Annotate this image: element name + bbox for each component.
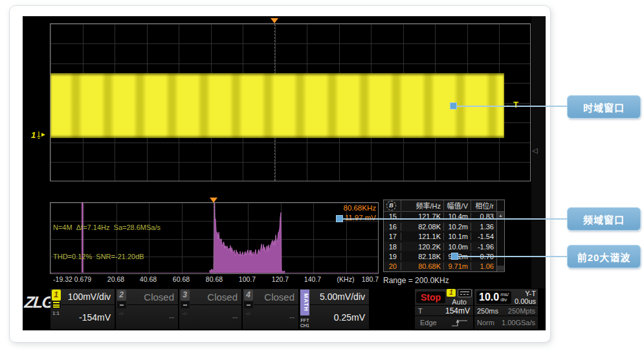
- ch4-state: Closed: [254, 289, 298, 305]
- trigger-source-badge: 1: [447, 289, 456, 297]
- ch1-ground-marker[interactable]: 1: [31, 130, 46, 140]
- callout-label-freq-domain: 频域窗口: [567, 207, 641, 231]
- callout-label-harmonics: 前20大谐波: [567, 245, 641, 268]
- fft-info-readout: N=4M Δf=7.14Hz Sa=28.6MSa/s THD=0.12% SN…: [53, 203, 161, 281]
- col-freq: 频率/Hz: [401, 200, 443, 211]
- ch1-scale: 100mV/div: [61, 289, 115, 305]
- ch3-state: Closed: [190, 289, 241, 305]
- axis-tick: 100.7: [239, 275, 256, 283]
- dc-coupling-icon: [458, 289, 472, 297]
- trigger-sweep: Auto: [452, 298, 467, 306]
- table-row[interactable]: 1682.08K10.2m1.36: [384, 222, 496, 231]
- ch2-probe-ratio: -:-: [119, 310, 124, 316]
- col-amp: 幅值/V: [443, 200, 471, 211]
- ch3-value: --: [190, 305, 241, 329]
- fft-range-label: Range = 200.0KHz: [383, 276, 449, 285]
- ch3-coupling-icon: [181, 301, 190, 308]
- sample-rate: 1.00GSa/s: [502, 319, 535, 326]
- axis-tick: 120.7: [272, 275, 289, 283]
- trigger-level-marker[interactable]: ←T: [505, 100, 518, 109]
- axis-tick: 180.7: [362, 275, 379, 283]
- ch4-coupling-icon: [244, 301, 253, 308]
- axis-unit-label: (KHz): [337, 275, 355, 283]
- channel1-box[interactable]: 1 1:1 100mV/div -154mV: [50, 289, 115, 329]
- trigger-delay: 0.00us: [515, 297, 536, 305]
- ch4-probe-ratio: -:-: [246, 310, 251, 316]
- ch3-number-badge: 3: [181, 290, 190, 301]
- ch2-number-badge: 2: [117, 290, 126, 301]
- math-source: FFTCH1: [300, 318, 309, 328]
- col-phase: 相位/r: [471, 200, 496, 211]
- table-scrollbar[interactable]: ▲: [496, 200, 504, 271]
- trigger-level-label: T: [418, 307, 423, 315]
- callout-line-harmonics: [455, 256, 570, 257]
- callout-label-time-domain: 时域窗口: [567, 95, 641, 119]
- page: ◁ 1 ←T N=4M Δf=7.14Hz Sa=28.6MSa/s THD=0…: [0, 0, 644, 355]
- acquisition-mode: Norm: [477, 319, 494, 326]
- capture-window: 250ms: [477, 307, 498, 315]
- ch1-offset: -154mV: [61, 305, 115, 329]
- ch3-probe-ratio: -:-: [183, 310, 188, 316]
- table-header: B 频率/Hz 幅值/V 相位/r: [384, 200, 496, 212]
- math-value: 0.25mV: [310, 305, 369, 329]
- ch1-waveform: [50, 73, 504, 138]
- table-row[interactable]: 18120.2K10.0m-1.96: [384, 242, 496, 251]
- display-mode: Y-T: [525, 290, 536, 297]
- table-row[interactable]: 15121.7K10.4m0.83: [384, 212, 496, 222]
- timebase-scale: 10.0 ms/div: [476, 291, 511, 304]
- rising-edge-icon: [451, 319, 468, 327]
- callout-line-freq-domain: [341, 218, 570, 220]
- table-row[interactable]: 17121.1K10.1m-1.54: [384, 231, 496, 241]
- axis-tick: 80.68: [206, 275, 223, 283]
- channel3-box[interactable]: 3 -:- Closed --: [179, 289, 241, 329]
- ch4-value: --: [254, 305, 298, 329]
- axis-tick: 140.7: [304, 275, 321, 283]
- callout-dot-time-domain: [450, 102, 457, 109]
- math-box[interactable]: MATH FFTCH1 5.00mV/div 0.25mV: [300, 289, 369, 329]
- ch4-number-badge: 4: [244, 290, 253, 301]
- channel2-box[interactable]: 2 -:- Closed --: [116, 289, 178, 329]
- b-measure-icon[interactable]: B: [384, 201, 401, 211]
- ch2-value: --: [127, 305, 178, 329]
- harmonics-table: B 频率/Hz 幅值/V 相位/r 15121.7K10.4m0.83 1682…: [383, 200, 505, 272]
- axis-tick: 60.68: [173, 275, 190, 283]
- timebase-box[interactable]: 10.0 ms/div Y-T 0.00us 250ms 250Mpts Nor…: [474, 289, 538, 329]
- run-stop-button[interactable]: Stop: [416, 292, 445, 303]
- ch2-state: Closed: [127, 289, 178, 305]
- callout-dot-harmonics: [451, 253, 458, 260]
- memory-depth: 250Mpts: [508, 307, 535, 315]
- table-row-highlighted[interactable]: 2080.68K9.71m1.06: [384, 262, 496, 271]
- fft-marker-line: [214, 203, 214, 273]
- callout-dot-freq-domain: [336, 215, 343, 222]
- ch1-probe-ratio: 1:1: [52, 310, 60, 316]
- ch1-number-badge: 1: [52, 290, 61, 301]
- callout-line-time-domain: [453, 106, 570, 107]
- scroll-thumb[interactable]: [497, 266, 504, 271]
- math-tab: MATH: [300, 290, 309, 315]
- trigger-box[interactable]: Stop 1 Auto T 154mV Edge: [415, 289, 473, 329]
- channel4-box[interactable]: 4 -:- Closed --: [243, 289, 298, 329]
- trigger-position-icon[interactable]: [271, 18, 278, 23]
- ch2-coupling-icon: [117, 301, 126, 308]
- trigger-type: Edge: [420, 319, 437, 326]
- trigger-level: 154mV: [445, 306, 470, 315]
- math-scale: 5.00mV/div: [310, 289, 369, 305]
- ch1-coupling-icon: [52, 301, 61, 308]
- side-panel-arrow-icon[interactable]: ◁: [532, 146, 537, 154]
- ground-arrow-icon: [36, 130, 46, 140]
- fft-marker-icon[interactable]: [210, 198, 217, 203]
